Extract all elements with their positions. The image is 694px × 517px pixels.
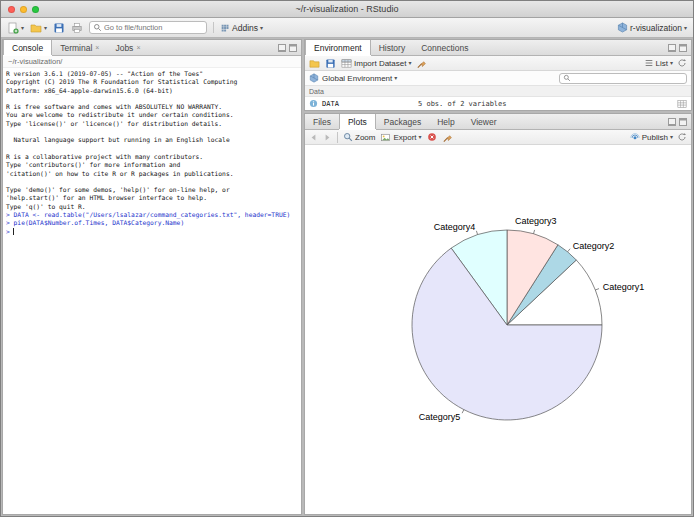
- environment-pane: Environment History Connections Import D…: [304, 39, 692, 111]
- tab-viewer[interactable]: Viewer: [463, 114, 505, 129]
- pie-label-tick: [568, 249, 571, 252]
- window-controls: [8, 6, 39, 13]
- object-name: DATA: [322, 100, 414, 108]
- zoom-button[interactable]: Zoom: [343, 132, 375, 142]
- jobs-tab-close-icon[interactable]: ×: [136, 44, 140, 51]
- new-file-button[interactable]: ▾: [7, 22, 24, 34]
- previous-plot-icon[interactable]: [309, 133, 318, 142]
- terminal-tab-close-icon[interactable]: ×: [95, 44, 99, 51]
- console-prompt-line[interactable]: >: [6, 228, 300, 236]
- minimize-button[interactable]: [20, 6, 27, 13]
- goto-file-input[interactable]: [104, 23, 203, 32]
- environment-scope-selector[interactable]: Global Environment ▾: [322, 74, 397, 83]
- project-selector[interactable]: r-visualization ▾: [617, 22, 687, 33]
- minimize-pane-icon[interactable]: [668, 44, 676, 52]
- console-output[interactable]: R version 3.6.1 (2019-07-05) -- "Action …: [3, 68, 301, 514]
- console-prompt: >: [6, 228, 10, 236]
- environment-search[interactable]: [559, 73, 687, 84]
- maximize-pane-icon[interactable]: [679, 118, 687, 126]
- pie-label-tick: [462, 410, 464, 414]
- caret-down-icon: ▾: [260, 25, 263, 31]
- main-toolbar: ▾ ▾ Addins ▾ r-visualization ▾: [1, 18, 693, 38]
- pie-label-category4: Category4: [434, 222, 476, 232]
- addins-label: Addins: [232, 23, 258, 33]
- caret-down-icon: ▾: [684, 25, 687, 31]
- tab-jobs[interactable]: Jobs×: [107, 40, 148, 55]
- caret-down-icon: ▾: [44, 25, 47, 31]
- environment-search-input[interactable]: [573, 74, 683, 83]
- rstudio-window: ~/r-visualization - RStudio ▾ ▾ Addins ▾: [0, 0, 694, 517]
- pie-label-tick: [595, 289, 599, 290]
- print-button[interactable]: [71, 22, 83, 34]
- list-view-button[interactable]: List ▾: [644, 58, 673, 68]
- publish-button[interactable]: Publish ▾: [630, 132, 673, 142]
- tab-terminal[interactable]: Terminal×: [52, 40, 107, 55]
- tab-plots[interactable]: Plots: [339, 114, 376, 129]
- search-icon: [93, 23, 102, 32]
- environment-toolbar: Import Dataset ▾ List ▾: [305, 56, 691, 71]
- publish-label: Publish: [642, 133, 668, 142]
- tab-environment[interactable]: Environment: [305, 40, 371, 55]
- export-button[interactable]: Export ▾: [380, 132, 421, 143]
- minimize-pane-icon[interactable]: [668, 118, 676, 126]
- export-image-icon: [380, 132, 391, 143]
- caret-down-icon: ▾: [670, 134, 673, 140]
- environment-toolbar-right: List ▾: [644, 58, 687, 68]
- plots-tabbar: Files Plots Packages Help Viewer: [305, 114, 691, 130]
- pie-label-tick: [534, 230, 535, 234]
- caret-down-icon: ▾: [408, 60, 411, 66]
- zoom-button[interactable]: [32, 6, 39, 13]
- view-data-grid-icon[interactable]: [677, 99, 687, 109]
- list-icon: [644, 58, 654, 68]
- save-icon: [53, 22, 65, 34]
- environment-object-row[interactable]: DATA 5 obs. of 2 variables: [305, 97, 691, 110]
- clear-environment-broom-icon[interactable]: [416, 58, 427, 69]
- text-cursor: [13, 228, 14, 235]
- goto-file-search[interactable]: [89, 21, 207, 34]
- save-button[interactable]: [53, 22, 65, 34]
- publish-icon: [630, 132, 640, 142]
- refresh-icon[interactable]: [677, 58, 687, 68]
- tab-console[interactable]: Console: [3, 40, 52, 55]
- save-workspace-icon[interactable]: [325, 58, 336, 69]
- next-plot-icon[interactable]: [323, 133, 332, 142]
- printer-icon: [71, 22, 83, 34]
- maximize-pane-icon[interactable]: [289, 44, 297, 52]
- minimize-pane-icon[interactable]: [278, 44, 286, 52]
- load-workspace-icon[interactable]: [309, 58, 320, 69]
- pie-label-category5: Category5: [419, 412, 461, 422]
- maximize-pane-icon[interactable]: [679, 44, 687, 52]
- close-button[interactable]: [8, 6, 15, 13]
- scope-label: Global Environment: [322, 74, 392, 83]
- list-view-label: List: [656, 59, 668, 68]
- caret-down-icon: ▾: [394, 75, 397, 81]
- plots-toolbar-right: Publish ▾: [630, 132, 687, 142]
- toolbar-separator: [213, 22, 214, 33]
- tab-help[interactable]: Help: [429, 114, 462, 129]
- titlebar[interactable]: ~/r-visualization - RStudio: [1, 1, 693, 18]
- new-file-icon: [7, 22, 19, 34]
- remove-plot-icon[interactable]: [427, 132, 437, 142]
- plots-pane-buttons: [668, 114, 691, 129]
- pie-label-category2: Category2: [573, 241, 615, 251]
- open-file-button[interactable]: ▾: [30, 22, 47, 34]
- zoom-magnifier-icon: [343, 132, 353, 142]
- import-dataset-button[interactable]: Import Dataset ▾: [341, 58, 411, 69]
- pie-chart: Category1Category2Category3Category4Cate…: [305, 145, 691, 514]
- console-working-directory[interactable]: ~/r-visualization/: [3, 56, 301, 68]
- toolbar-separator: [337, 132, 338, 143]
- environment-pane-buttons: [668, 40, 691, 55]
- tab-files[interactable]: Files: [305, 114, 339, 129]
- folder-icon: [30, 22, 42, 34]
- data-object-icon: [309, 99, 318, 108]
- console-pane: Console Terminal× Jobs× ~/r-visualizatio…: [2, 39, 302, 515]
- tab-connections[interactable]: Connections: [413, 40, 476, 55]
- clear-plots-broom-icon[interactable]: [442, 132, 453, 143]
- project-name-label: r-visualization: [630, 23, 682, 33]
- addins-button[interactable]: Addins ▾: [220, 23, 263, 33]
- export-label: Export: [393, 133, 416, 142]
- tab-history[interactable]: History: [371, 40, 413, 55]
- refresh-icon[interactable]: [677, 132, 687, 142]
- data-section-header: Data: [305, 86, 691, 97]
- tab-packages[interactable]: Packages: [376, 114, 429, 129]
